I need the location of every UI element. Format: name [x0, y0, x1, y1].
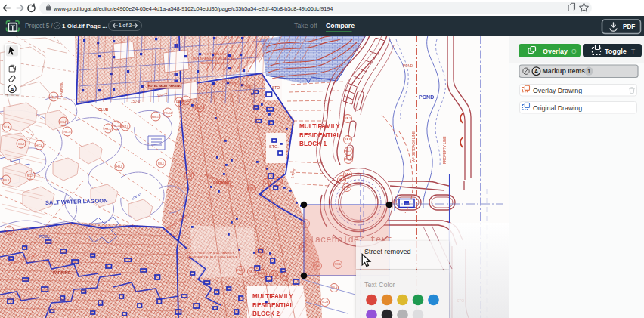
svg-text:T: T — [631, 48, 635, 55]
svg-text:BUILDING ABOVE: BUILDING ABOVE — [201, 61, 229, 65]
svg-text:RB-1: RB-1 — [158, 162, 164, 165]
svg-text:IC-23: IC-23 — [322, 301, 328, 304]
svg-text:19-11: 19-11 — [263, 181, 270, 184]
svg-text:POND: POND — [419, 94, 434, 100]
svg-text:FOOTPRINT OF: FOOTPRINT OF — [203, 52, 228, 56]
svg-text:RB-G: RB-G — [64, 131, 71, 134]
svg-text:HB-L: HB-L — [116, 165, 122, 168]
svg-text:Toggle: Toggle — [605, 48, 627, 55]
svg-text:PARKING: PARKING — [53, 270, 71, 275]
svg-text:RESIDENTIAL: RESIDENTIAL — [299, 132, 341, 139]
svg-text:MULTIFAMILY: MULTIFAMILY — [299, 123, 340, 130]
svg-text:104′-6″: 104′-6″ — [131, 193, 142, 201]
svg-text:B-17: B-17 — [122, 125, 128, 128]
svg-text:RA-4: RA-4 — [259, 272, 265, 275]
svg-text:PROPERTY LINE: PROPERTY LINE — [443, 136, 447, 164]
svg-text:RA-6: RA-6 — [339, 178, 345, 181]
svg-text:POND: POND — [403, 64, 413, 68]
svg-text:1: 1 — [587, 68, 590, 75]
svg-text:PDF: PDF — [623, 23, 635, 30]
svg-text:RA-2: RA-2 — [237, 269, 243, 272]
svg-text:RA-2: RA-2 — [345, 117, 351, 120]
svg-text:HB-16: HB-16 — [196, 107, 203, 110]
svg-text:MULTIFAMILY: MULTIFAMILY — [252, 293, 293, 300]
svg-text:www-prod.togal.ai/editor/e4960: www-prod.togal.ai/editor/e4960e24-65e4-4… — [53, 5, 333, 12]
svg-text:STO.: STO. — [269, 144, 279, 149]
svg-text:AF SETBACK LINE: AF SETBACK LINE — [412, 131, 416, 162]
svg-text:Compare: Compare — [326, 22, 355, 29]
svg-text:HC-A: HC-A — [36, 144, 43, 147]
svg-text:FOOTPRINT OF MULTIFAMILY: FOOTPRINT OF MULTIFAMILY — [187, 251, 234, 255]
svg-text:Original Drawing: Original Drawing — [533, 104, 582, 112]
svg-text:1 Old.tif Page ...: 1 Old.tif Page ... — [62, 23, 107, 29]
svg-text:RB-8: RB-8 — [3, 179, 9, 182]
svg-text:Project 5 /: Project 5 / — [25, 23, 54, 29]
svg-text:RESIDENTIAL BUILDING ABOVE: RESIDENTIAL BUILDING ABOVE — [187, 255, 238, 259]
svg-text:RA-5: RA-5 — [271, 273, 277, 276]
svg-text:150′-0″: 150′-0″ — [131, 100, 141, 103]
svg-text:O: O — [571, 48, 577, 55]
svg-text:BLOCK 1: BLOCK 1 — [299, 140, 327, 147]
svg-text:RC-5: RC-5 — [6, 230, 12, 233]
svg-text:RA-B: RA-B — [345, 158, 352, 161]
svg-text:BLOCK 2: BLOCK 2 — [252, 310, 280, 317]
svg-text:HB-C: HB-C — [51, 96, 57, 99]
svg-text:Text Color: Text Color — [364, 281, 395, 289]
svg-text:RA-E: RA-E — [345, 173, 351, 176]
svg-text:RA-C: RA-C — [345, 150, 352, 153]
svg-text:Markup Items: Markup Items — [543, 67, 586, 75]
svg-text:RA-3: RA-3 — [282, 275, 288, 278]
svg-text:HC-8: HC-8 — [18, 143, 24, 146]
svg-text:RA-P: RA-P — [345, 138, 351, 141]
svg-text:HB-5: HB-5 — [176, 101, 182, 104]
svg-text:HB-13: HB-13 — [152, 116, 159, 119]
svg-text:132′-5″: 132′-5″ — [156, 92, 168, 97]
svg-text:STO: STO — [272, 85, 280, 90]
svg-text:141′-8″: 141′-8″ — [290, 167, 296, 178]
svg-text:RC-8: RC-8 — [186, 174, 192, 178]
svg-text:RA-5: RA-5 — [249, 270, 255, 273]
svg-text:MULTIFAMILY RESIDENTIAL: MULTIFAMILY RESIDENTIAL — [193, 57, 237, 60]
svg-text:HB-9: HB-9 — [275, 180, 281, 183]
svg-text:A: A — [10, 86, 14, 93]
svg-text:Take off: Take off — [294, 22, 317, 29]
svg-text:HOTEL VALET PARKING: HOTEL VALET PARKING — [148, 85, 181, 88]
svg-text:RA-A: RA-A — [344, 186, 351, 189]
svg-text:HB-F: HB-F — [60, 121, 67, 124]
svg-text:Overlay: Overlay — [543, 48, 568, 55]
svg-text:IC-A: IC-A — [4, 126, 10, 129]
svg-text:Overlay Drawing: Overlay Drawing — [533, 87, 582, 94]
svg-text:1 of 2: 1 of 2 — [119, 23, 132, 28]
svg-text:POOL: POOL — [39, 234, 50, 239]
svg-text:HB-15: HB-15 — [248, 187, 255, 190]
svg-text:PARKING: PARKING — [60, 81, 63, 97]
svg-text:A: A — [534, 68, 539, 75]
svg-text:CLUB: CLUB — [98, 108, 109, 112]
svg-text:RC-9: RC-9 — [27, 174, 33, 178]
svg-text:FB-04: FB-04 — [164, 112, 172, 115]
svg-text:HB-Q: HB-Q — [105, 128, 112, 131]
svg-text:HB-15: HB-15 — [113, 125, 120, 128]
svg-text:RA-9: RA-9 — [257, 251, 263, 254]
